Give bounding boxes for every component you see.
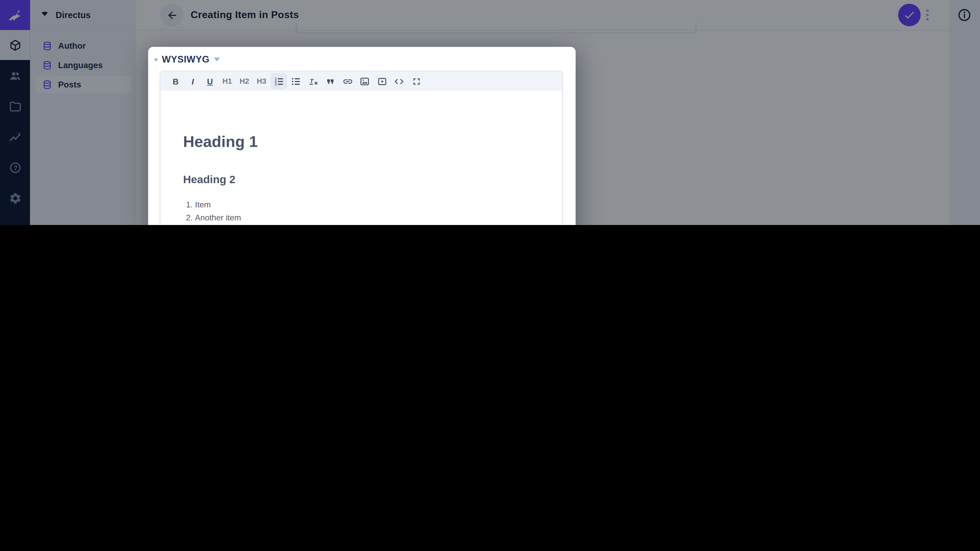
link-icon — [342, 76, 353, 87]
wysiwyg-field-card: WYSIWYG B I U H1 H2 H3 123 T — [148, 47, 576, 225]
image-button[interactable] — [356, 73, 373, 89]
blockquote-icon — [325, 76, 336, 87]
directus-app: Creating Item in Posts Markdown tT B I T — [0, 0, 980, 225]
wysiwyg-editor: B I U H1 H2 H3 123 T — [159, 71, 563, 225]
bullet-list-icon — [291, 76, 301, 87]
italic-button[interactable]: I — [185, 73, 201, 89]
h3-button[interactable]: H3 — [253, 73, 270, 89]
wysiwyg-toolbar: B I U H1 H2 H3 123 T — [161, 72, 562, 92]
wysiwyg-content-area[interactable]: Heading 1 Heading 2 Item Another item — [161, 91, 562, 225]
content-numbered-list: Item Another item — [183, 200, 241, 225]
fullscreen-icon — [411, 76, 422, 87]
wysiwyg-label-row: WYSIWYG — [154, 54, 220, 65]
media-button[interactable] — [374, 73, 390, 89]
media-play-icon — [377, 76, 387, 87]
numbered-list-button[interactable]: 123 — [270, 73, 287, 89]
content-heading-1: Heading 1 — [183, 132, 258, 151]
underline-button[interactable]: U — [202, 73, 218, 89]
code-button[interactable] — [391, 73, 407, 89]
blockquote-button[interactable] — [322, 73, 339, 89]
list-item: Item — [195, 200, 241, 210]
list-item: Another item — [195, 213, 241, 222]
numbered-list-icon: 123 — [273, 76, 284, 87]
bold-button[interactable]: B — [167, 73, 184, 89]
link-button[interactable] — [339, 73, 356, 89]
image-icon — [360, 76, 370, 87]
fullscreen-button[interactable] — [408, 73, 425, 89]
chevron-down-icon[interactable] — [214, 57, 220, 62]
code-icon — [394, 76, 404, 87]
bullet-list-button[interactable] — [288, 73, 304, 89]
h1-button[interactable]: H1 — [219, 73, 235, 89]
wysiwyg-field-label[interactable]: WYSIWYG — [162, 54, 210, 65]
svg-text:T: T — [310, 78, 313, 84]
clear-formatting-button[interactable]: T — [305, 73, 321, 89]
clear-formatting-icon: T — [308, 76, 318, 87]
content-heading-2: Heading 2 — [183, 173, 235, 186]
field-edited-dot — [154, 58, 158, 61]
svg-text:3: 3 — [275, 82, 277, 86]
h2-button[interactable]: H2 — [236, 73, 253, 89]
